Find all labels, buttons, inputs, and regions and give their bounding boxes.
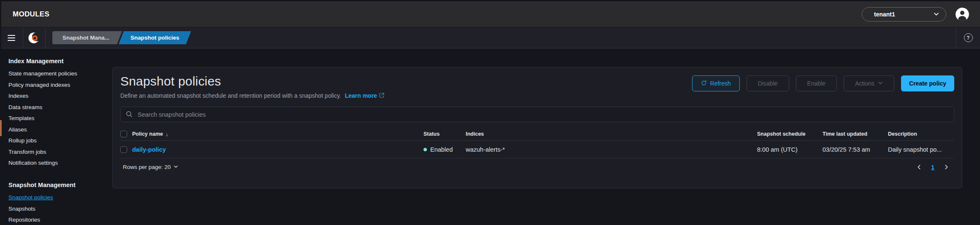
app-header: MODULES tenant1	[0, 1, 980, 27]
header-right: tenant1	[862, 7, 969, 21]
cell-description: Daily snapshot po...	[888, 146, 954, 153]
page-number-1[interactable]: 1	[931, 164, 934, 171]
breadcrumb-snapshot-management[interactable]: Snapshot Mana...	[52, 31, 122, 44]
chevron-down-icon	[934, 11, 939, 17]
hamburger-icon	[8, 35, 15, 41]
next-page-button[interactable]	[941, 164, 952, 170]
disable-button[interactable]: Disable	[747, 75, 789, 91]
panel-title: Snapshot policies	[120, 74, 384, 88]
refresh-label: Refresh	[710, 80, 731, 87]
breadcrumb-label: Snapshot policies	[130, 35, 179, 41]
select-all-cell	[120, 131, 132, 137]
previous-page-button[interactable]	[914, 164, 924, 170]
tenant-label: tenant1	[874, 11, 895, 18]
policy-name-link[interactable]: daily-policy	[132, 146, 166, 153]
cell-indices: wazuh-alerts-*	[466, 146, 757, 153]
enable-button[interactable]: Enable	[796, 75, 837, 91]
refresh-icon	[701, 80, 707, 87]
help-glyph: ?	[966, 35, 969, 41]
divider	[45, 27, 46, 48]
sidebar-item-aliases[interactable]: Aliases	[8, 126, 27, 133]
panel-description-text: Define an automated snapshot schedule an…	[120, 92, 341, 99]
column-label: Policy name	[132, 131, 163, 137]
panel-title-block: Snapshot policies Define an automated sn…	[120, 74, 384, 99]
cell-policy-name: daily-policy	[132, 146, 423, 153]
learn-more-link[interactable]: Learn more	[345, 92, 384, 99]
actions-label: Actions	[855, 80, 874, 87]
search-icon	[126, 111, 133, 119]
actions-button[interactable]: Actions	[844, 75, 894, 91]
external-link-icon	[379, 92, 384, 99]
column-time-last-updated[interactable]: Time last updated	[823, 131, 888, 137]
search-input[interactable]	[120, 107, 954, 122]
cell-snapshot-schedule: 8:00 am (UTC)	[757, 146, 823, 153]
snapshot-policies-panel: Snapshot policies Define an automated sn…	[112, 67, 962, 188]
page-body: Index Management State management polici…	[0, 48, 980, 225]
page-controls: 1	[914, 164, 954, 171]
sidebar-item-repositories[interactable]: Repositories	[8, 217, 40, 223]
breadcrumb: Snapshot Mana... Snapshot policies	[52, 27, 191, 48]
search-bar	[120, 107, 954, 122]
disable-label: Disable	[758, 80, 778, 87]
table-header-row: Policy name ↓ Status Indices Snapshot sc…	[120, 128, 954, 141]
learn-more-label: Learn more	[345, 92, 377, 99]
select-all-checkbox[interactable]	[120, 131, 127, 137]
panel-description: Define an automated snapshot schedule an…	[120, 92, 384, 99]
menu-button[interactable]	[0, 27, 23, 48]
sidebar-heading-snapshot-management: Snapshot Management	[8, 182, 111, 188]
tenant-selector[interactable]: tenant1	[862, 7, 946, 21]
cell-time-last-updated: 03/20/25 7:53 am	[823, 146, 888, 153]
breadcrumb-label: Snapshot Mana...	[62, 35, 109, 41]
column-status[interactable]: Status	[423, 131, 466, 137]
row-checkbox[interactable]	[120, 146, 127, 153]
app-logo-icon[interactable]	[23, 27, 45, 48]
table-row: daily-policy Enabled wazuh-alerts-* 8:00…	[120, 141, 954, 158]
create-policy-label: Create policy	[909, 80, 946, 87]
enable-label: Enable	[807, 80, 826, 87]
window-edge	[0, 0, 1, 225]
sidebar-heading-index-management: Index Management	[8, 58, 111, 64]
sidebar-item-indexes[interactable]: Indexes	[8, 93, 28, 99]
nav-right: ?	[956, 27, 980, 48]
policies-table: Policy name ↓ Status Indices Snapshot sc…	[120, 128, 954, 158]
column-indices[interactable]: Indices	[466, 131, 757, 137]
sidebar-item-data-streams[interactable]: Data streams	[8, 104, 42, 110]
sidebar: Index Management State management polici…	[0, 48, 111, 225]
sidebar-item-transform-jobs[interactable]: Transform jobs	[8, 149, 46, 155]
column-snapshot-schedule[interactable]: Snapshot schedule	[757, 131, 823, 137]
rows-per-page-label: Rows per page: 20	[123, 164, 171, 170]
help-icon: ?	[964, 33, 973, 42]
sort-descending-icon: ↓	[166, 131, 168, 137]
chevron-down-icon	[878, 80, 883, 87]
status-enabled-dot	[423, 148, 427, 151]
sidebar-item-rollup-jobs[interactable]: Rollup jobs	[8, 137, 37, 144]
toolbar: Refresh Disable Enable Actions	[692, 74, 954, 91]
help-button[interactable]: ?	[956, 27, 980, 48]
sidebar-item-templates[interactable]: Templates	[8, 115, 35, 121]
panel-header: Snapshot policies Define an automated sn…	[120, 74, 954, 99]
column-policy-name[interactable]: Policy name ↓	[132, 131, 423, 137]
sidebar-item-snapshot-policies[interactable]: Snapshot policies	[8, 194, 53, 201]
sidebar-item-notification-settings[interactable]: Notification settings	[8, 160, 58, 166]
cell-status: Enabled	[423, 146, 466, 153]
status-label: Enabled	[430, 146, 453, 153]
column-description[interactable]: Description	[888, 131, 954, 137]
main-content: Snapshot policies Define an automated sn…	[111, 48, 980, 225]
rows-per-page-button[interactable]: Rows per page: 20	[120, 163, 181, 171]
chevron-down-icon	[174, 164, 178, 170]
left-edge-accent	[0, 120, 2, 136]
sidebar-item-policy-managed-indexes[interactable]: Policy managed indexes	[8, 82, 70, 88]
pagination-bar: Rows per page: 20 1	[120, 163, 954, 171]
user-avatar-icon[interactable]	[956, 8, 969, 21]
nav-bar: Snapshot Mana... Snapshot policies ?	[0, 27, 980, 48]
sidebar-item-state-management-policies[interactable]: State management policies	[8, 70, 77, 77]
page-title: MODULES	[13, 10, 49, 19]
create-policy-button[interactable]: Create policy	[901, 75, 954, 91]
breadcrumb-snapshot-policies[interactable]: Snapshot policies	[119, 31, 191, 44]
refresh-button[interactable]: Refresh	[692, 75, 740, 91]
row-select-cell	[120, 146, 132, 153]
sidebar-item-snapshots[interactable]: Snapshots	[8, 206, 35, 212]
